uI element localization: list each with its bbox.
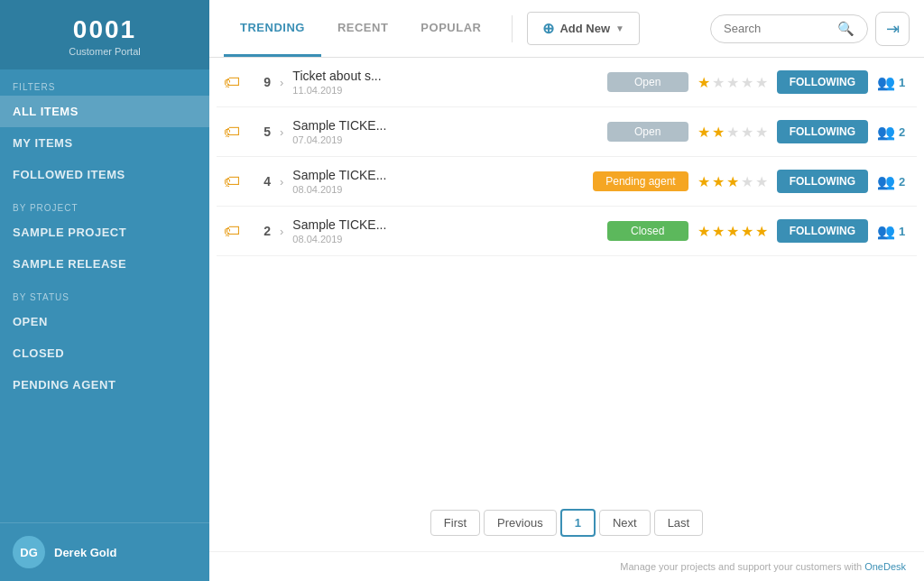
ticket-tag-icon: 🏷 xyxy=(224,172,240,191)
sidebar-footer: DG Derek Gold xyxy=(0,522,209,581)
plus-icon: ⊕ xyxy=(542,20,554,37)
ticket-title: Sample TICKE... xyxy=(292,217,597,232)
star-5: ★ xyxy=(755,124,768,141)
sidebar: 0001 Customer Portal Filters ALL ITEMS M… xyxy=(0,0,209,581)
status-badge: Open xyxy=(607,72,688,92)
tab-trending[interactable]: TRENDING xyxy=(224,0,321,57)
sidebar-item-all-items[interactable]: ALL ITEMS xyxy=(0,96,209,127)
main-footer: Manage your projects and support your cu… xyxy=(209,551,924,581)
add-new-button[interactable]: ⊕ Add New ▼ xyxy=(527,12,640,45)
ticket-info: Sample TICKE... 08.04.2019 xyxy=(292,168,584,195)
stars: ★★★★★ xyxy=(698,173,768,190)
followers-number: 1 xyxy=(899,76,905,89)
page-last-button[interactable]: Last xyxy=(654,510,704,536)
star-4: ★ xyxy=(741,173,753,190)
page-current-button[interactable]: 1 xyxy=(560,509,596,537)
add-new-label: Add New xyxy=(559,22,610,35)
followers-number: 2 xyxy=(899,175,905,189)
ticket-chevron-icon: › xyxy=(280,125,283,139)
followers-count: 👥 2 xyxy=(877,124,910,141)
by-project-label: By project xyxy=(0,190,209,217)
status-badge: Closed xyxy=(607,221,688,241)
footer-link[interactable]: OneDesk xyxy=(864,561,906,572)
ticket-title: Ticket about s... xyxy=(292,69,597,83)
search-input[interactable] xyxy=(724,22,832,35)
ticket-id: 2 xyxy=(249,224,271,238)
followers-icon: 👥 xyxy=(877,74,895,91)
sidebar-subtitle: Customer Portal xyxy=(11,46,199,57)
ticket-id: 9 xyxy=(249,75,271,89)
table-row[interactable]: 🏷 4 › Sample TICKE... 08.04.2019 Pending… xyxy=(217,157,917,207)
user-name: Derek Gold xyxy=(54,546,116,559)
ticket-date: 11.04.2019 xyxy=(292,85,597,96)
ticket-date: 07.04.2019 xyxy=(292,134,597,145)
topbar: TRENDING RECENT POPULAR ⊕ Add New ▼ 🔍 ⇥ xyxy=(209,0,924,58)
ticket-info: Ticket about s... 11.04.2019 xyxy=(292,69,597,96)
ticket-list: 🏷 9 › Ticket about s... 11.04.2019 Open … xyxy=(209,58,924,491)
ticket-tag-icon: 🏷 xyxy=(224,73,240,92)
tab-popular[interactable]: POPULAR xyxy=(404,0,497,57)
star-3: ★ xyxy=(726,74,739,91)
tabs: TRENDING RECENT POPULAR xyxy=(224,0,497,57)
chevron-down-icon: ▼ xyxy=(615,23,624,33)
star-3: ★ xyxy=(726,173,739,190)
ticket-date: 08.04.2019 xyxy=(292,184,584,195)
followers-count: 👥 1 xyxy=(877,74,910,91)
sidebar-item-closed[interactable]: CLOSED xyxy=(0,337,209,369)
tab-recent[interactable]: RECENT xyxy=(321,0,404,57)
star-3: ★ xyxy=(726,223,739,240)
star-1: ★ xyxy=(698,74,710,91)
follow-button[interactable]: FOLLOWING xyxy=(777,70,868,94)
table-row[interactable]: 🏷 5 › Sample TICKE... 07.04.2019 Open ★★… xyxy=(217,107,917,157)
sidebar-item-sample-project[interactable]: SAMPLE PROJECT xyxy=(0,217,209,248)
pagination: First Previous 1 Next Last xyxy=(209,491,924,551)
stars: ★★★★★ xyxy=(698,124,768,141)
followers-count: 👥 2 xyxy=(877,173,910,190)
star-2: ★ xyxy=(712,124,725,141)
sidebar-item-pending-agent[interactable]: PENDING AGENT xyxy=(0,369,209,401)
sidebar-item-followed-items[interactable]: FOLLOWED ITEMS xyxy=(0,159,209,190)
star-5: ★ xyxy=(755,173,768,190)
star-1: ★ xyxy=(698,223,710,240)
ticket-chevron-icon: › xyxy=(280,225,283,238)
star-4: ★ xyxy=(741,74,753,91)
ticket-title: Sample TICKE... xyxy=(292,168,584,182)
login-icon: ⇥ xyxy=(886,19,900,39)
status-badge: Open xyxy=(607,122,688,142)
ticket-title: Sample TICKE... xyxy=(292,118,597,133)
ticket-info: Sample TICKE... 08.04.2019 xyxy=(292,217,597,244)
ticket-info: Sample TICKE... 07.04.2019 xyxy=(292,118,597,145)
star-5: ★ xyxy=(755,74,768,91)
sidebar-item-open[interactable]: OPEN xyxy=(0,306,209,337)
tab-divider xyxy=(512,15,513,42)
page-first-button[interactable]: First xyxy=(430,510,480,536)
star-2: ★ xyxy=(712,173,725,190)
star-4: ★ xyxy=(741,124,753,141)
ticket-tag-icon: 🏷 xyxy=(224,222,240,241)
page-next-button[interactable]: Next xyxy=(599,510,651,536)
star-2: ★ xyxy=(712,223,725,240)
ticket-id: 5 xyxy=(249,124,271,139)
follow-button[interactable]: FOLLOWING xyxy=(777,219,868,243)
table-row[interactable]: 🏷 2 › Sample TICKE... 08.04.2019 Closed … xyxy=(217,207,917,256)
follow-button[interactable]: FOLLOWING xyxy=(777,170,868,193)
sidebar-item-sample-release[interactable]: SAMPLE RELEASE xyxy=(0,248,209,280)
search-bar: 🔍 xyxy=(710,14,868,43)
sidebar-logo: 0001 xyxy=(11,16,199,44)
footer-text: Manage your projects and support your cu… xyxy=(620,561,864,572)
sidebar-header: 0001 Customer Portal xyxy=(0,0,209,69)
ticket-chevron-icon: › xyxy=(280,76,283,89)
search-icon: 🔍 xyxy=(837,21,855,37)
login-button[interactable]: ⇥ xyxy=(875,12,910,46)
ticket-chevron-icon: › xyxy=(280,175,283,189)
page-previous-button[interactable]: Previous xyxy=(484,510,557,536)
follow-button[interactable]: FOLLOWING xyxy=(777,120,868,143)
table-row[interactable]: 🏷 9 › Ticket about s... 11.04.2019 Open … xyxy=(217,58,917,107)
sidebar-item-my-items[interactable]: MY ITEMS xyxy=(0,127,209,159)
star-1: ★ xyxy=(698,124,710,141)
stars: ★★★★★ xyxy=(698,223,768,240)
star-4: ★ xyxy=(741,223,753,240)
ticket-date: 08.04.2019 xyxy=(292,234,597,244)
status-badge: Pending agent xyxy=(593,171,688,191)
by-status-label: By status xyxy=(0,280,209,306)
